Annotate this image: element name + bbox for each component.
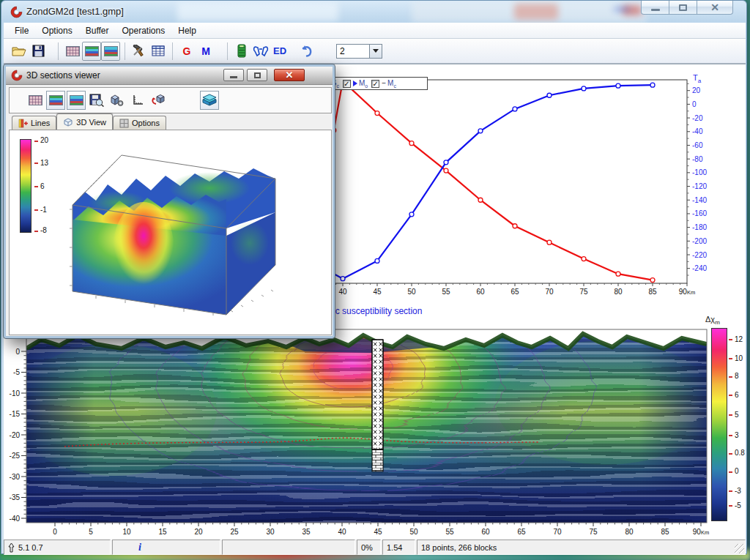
minimize-button[interactable] xyxy=(641,1,669,15)
model-view-button[interactable] xyxy=(82,42,101,61)
section-colorbar xyxy=(711,328,727,521)
svg-text:-20: -20 xyxy=(10,431,21,439)
svg-text:-5: -5 xyxy=(13,368,20,376)
contour-display-button[interactable] xyxy=(67,91,86,110)
title-bar[interactable]: ZondGM2d [test1.gmp] ✕ xyxy=(1,1,746,23)
aero-reflection xyxy=(614,7,630,11)
save-floppy-icon xyxy=(32,45,45,57)
svg-text:55: 55 xyxy=(445,528,454,536)
dialog-maximize-button[interactable] xyxy=(247,69,267,81)
menu-file[interactable]: File xyxy=(8,24,35,37)
svg-text:65: 65 xyxy=(517,528,526,536)
rotate-view-button[interactable] xyxy=(149,91,168,110)
settings-cube-button[interactable] xyxy=(108,91,127,110)
lines-tab-icon xyxy=(18,119,28,128)
dialog-close-button[interactable]: ✕ xyxy=(274,69,305,81)
colorbar-tick: -3 xyxy=(729,487,741,495)
parameters-button[interactable] xyxy=(232,42,251,61)
dialog-icon xyxy=(11,70,23,81)
menu-options[interactable]: Options xyxy=(35,24,78,37)
layer-value[interactable]: 2 xyxy=(336,44,370,59)
cube-gear-icon xyxy=(110,94,125,107)
colorbar-gradient xyxy=(21,140,31,232)
toolbar-separator xyxy=(172,42,173,60)
svg-text:20: 20 xyxy=(194,528,203,536)
save-image-button[interactable] xyxy=(87,91,106,110)
svg-text:-160: -160 xyxy=(692,209,707,217)
editor-button[interactable]: ED xyxy=(270,42,289,61)
legend-checkbox[interactable]: ✓ xyxy=(343,80,351,88)
tab-options[interactable]: Options xyxy=(113,116,166,130)
dialog-tabs: Lines 3D View Options xyxy=(9,113,332,130)
axes-button[interactable] xyxy=(128,91,147,110)
save-image-icon xyxy=(89,94,104,107)
hammer-wrench-icon xyxy=(132,45,146,58)
binoculars-icon xyxy=(253,45,269,58)
section-view-button[interactable] xyxy=(101,42,120,61)
save-button[interactable] xyxy=(29,42,48,61)
surface-3d-plot[interactable] xyxy=(52,133,330,332)
table-icon xyxy=(152,45,165,56)
dialog-minimize-button[interactable] xyxy=(223,69,244,81)
close-button[interactable]: ✕ xyxy=(697,1,733,15)
tab-3d-view[interactable]: 3D View xyxy=(56,113,113,130)
observation-points-button[interactable] xyxy=(251,42,270,61)
svg-text:-220: -220 xyxy=(692,251,707,259)
menu-operations[interactable]: Operations xyxy=(116,24,172,37)
svg-text:45: 45 xyxy=(374,528,382,536)
surface-colorbar-wrap: 20136-1-8 xyxy=(20,139,31,233)
svg-text:65: 65 xyxy=(510,288,519,296)
susceptibility-section-chart[interactable]: 0-5-10-15-20-25-30-35-400510152025303540… xyxy=(4,324,746,540)
svg-text:90Km: 90Km xyxy=(679,288,695,296)
magnetic-button[interactable]: M xyxy=(196,42,215,61)
svg-text:-30: -30 xyxy=(10,473,21,481)
undo-button[interactable] xyxy=(297,42,316,61)
maximize-button[interactable] xyxy=(669,1,697,15)
layers-button[interactable] xyxy=(200,91,219,110)
mesh-display-button[interactable] xyxy=(26,91,45,110)
open-button[interactable] xyxy=(10,42,29,61)
section-art xyxy=(12,324,721,530)
legend-checkbox[interactable]: ✓ xyxy=(371,80,379,88)
svg-text:90Km: 90Km xyxy=(693,528,709,536)
svg-text:0: 0 xyxy=(15,348,20,356)
svg-text:50: 50 xyxy=(409,528,418,536)
colorbar-tick: 0.8 xyxy=(729,449,745,457)
profiles-chart[interactable]: 200-20-40-60-80-100-120-140-160-180-200-… xyxy=(302,71,723,305)
sections-viewer-dialog[interactable]: 3D sections viewer ✕ xyxy=(4,64,335,338)
colorbar-tick: 20 xyxy=(34,136,48,144)
tools-button[interactable] xyxy=(130,42,149,61)
menu-help[interactable]: Help xyxy=(171,24,203,37)
mesh-view-icon xyxy=(66,46,80,56)
right-axis-label: Ta xyxy=(693,73,701,84)
smooth-display-icon xyxy=(49,95,63,105)
colorbar-gradient xyxy=(712,329,727,520)
mesh-view-button[interactable] xyxy=(63,42,82,61)
smooth-display-button[interactable] xyxy=(46,91,65,110)
gravity-button[interactable]: G xyxy=(177,42,196,61)
table-button[interactable] xyxy=(149,42,168,61)
svg-text:75: 75 xyxy=(579,288,588,296)
menu-buffer[interactable]: Buffer xyxy=(79,24,116,37)
maximize-icon xyxy=(254,72,261,78)
svg-text:30: 30 xyxy=(266,528,275,536)
svg-text:55: 55 xyxy=(442,288,450,296)
svg-text:45: 45 xyxy=(373,288,382,296)
editor-label: ED xyxy=(273,45,286,56)
layer-dropdown-button[interactable] xyxy=(370,44,382,59)
tab-lines[interactable]: Lines xyxy=(12,116,56,130)
minimize-icon xyxy=(651,9,660,11)
colorbar-tick: 5 xyxy=(729,411,739,419)
colorbar-tick: 10 xyxy=(729,354,743,362)
colorbar-tick: -1 xyxy=(34,206,47,214)
dialog-title-bar[interactable]: 3D sections viewer ✕ xyxy=(6,67,333,85)
resize-grip[interactable] xyxy=(735,544,744,553)
toolbar-separator xyxy=(125,42,125,60)
aero-reflection xyxy=(177,2,338,21)
svg-text:60: 60 xyxy=(476,288,485,296)
svg-text:50: 50 xyxy=(407,288,416,296)
svg-text:-120: -120 xyxy=(692,182,707,190)
maximize-icon xyxy=(679,4,687,11)
svg-text:80: 80 xyxy=(625,528,634,536)
status-coordinates: 5.1 0.7 xyxy=(4,540,111,555)
